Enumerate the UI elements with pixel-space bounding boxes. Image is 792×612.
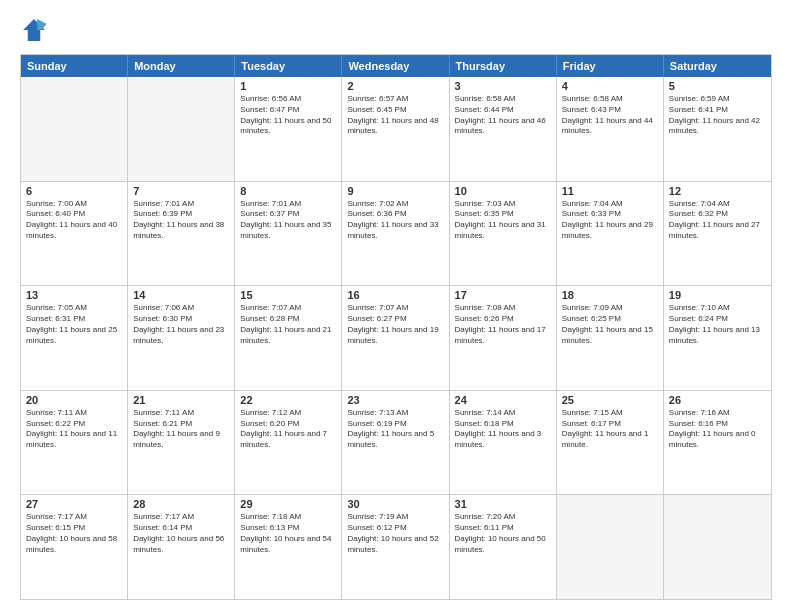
logo-icon [20, 16, 48, 44]
day-number: 29 [240, 498, 336, 510]
calendar-row-3: 20Sunrise: 7:11 AM Sunset: 6:22 PM Dayli… [21, 391, 771, 496]
calendar-cell: 7Sunrise: 7:01 AM Sunset: 6:39 PM Daylig… [128, 182, 235, 286]
day-info: Sunrise: 7:01 AM Sunset: 6:37 PM Dayligh… [240, 199, 336, 242]
day-info: Sunrise: 7:03 AM Sunset: 6:35 PM Dayligh… [455, 199, 551, 242]
weekday-header-wednesday: Wednesday [342, 55, 449, 77]
day-number: 22 [240, 394, 336, 406]
calendar-cell: 29Sunrise: 7:18 AM Sunset: 6:13 PM Dayli… [235, 495, 342, 599]
calendar-cell: 18Sunrise: 7:09 AM Sunset: 6:25 PM Dayli… [557, 286, 664, 390]
day-info: Sunrise: 7:10 AM Sunset: 6:24 PM Dayligh… [669, 303, 766, 346]
day-number: 17 [455, 289, 551, 301]
calendar-header: SundayMondayTuesdayWednesdayThursdayFrid… [21, 55, 771, 77]
day-info: Sunrise: 7:11 AM Sunset: 6:21 PM Dayligh… [133, 408, 229, 451]
day-info: Sunrise: 7:08 AM Sunset: 6:26 PM Dayligh… [455, 303, 551, 346]
day-info: Sunrise: 7:05 AM Sunset: 6:31 PM Dayligh… [26, 303, 122, 346]
day-number: 21 [133, 394, 229, 406]
day-number: 26 [669, 394, 766, 406]
day-number: 2 [347, 80, 443, 92]
day-number: 3 [455, 80, 551, 92]
day-info: Sunrise: 7:18 AM Sunset: 6:13 PM Dayligh… [240, 512, 336, 555]
calendar-cell: 16Sunrise: 7:07 AM Sunset: 6:27 PM Dayli… [342, 286, 449, 390]
calendar-cell: 6Sunrise: 7:00 AM Sunset: 6:40 PM Daylig… [21, 182, 128, 286]
day-number: 19 [669, 289, 766, 301]
day-info: Sunrise: 6:58 AM Sunset: 6:43 PM Dayligh… [562, 94, 658, 137]
day-info: Sunrise: 6:58 AM Sunset: 6:44 PM Dayligh… [455, 94, 551, 137]
calendar-cell: 30Sunrise: 7:19 AM Sunset: 6:12 PM Dayli… [342, 495, 449, 599]
day-info: Sunrise: 7:19 AM Sunset: 6:12 PM Dayligh… [347, 512, 443, 555]
logo [20, 16, 52, 44]
calendar-cell: 12Sunrise: 7:04 AM Sunset: 6:32 PM Dayli… [664, 182, 771, 286]
day-info: Sunrise: 7:17 AM Sunset: 6:14 PM Dayligh… [133, 512, 229, 555]
day-info: Sunrise: 7:09 AM Sunset: 6:25 PM Dayligh… [562, 303, 658, 346]
day-number: 4 [562, 80, 658, 92]
day-info: Sunrise: 6:59 AM Sunset: 6:41 PM Dayligh… [669, 94, 766, 137]
calendar-cell: 1Sunrise: 6:56 AM Sunset: 6:47 PM Daylig… [235, 77, 342, 181]
day-info: Sunrise: 7:07 AM Sunset: 6:28 PM Dayligh… [240, 303, 336, 346]
day-number: 16 [347, 289, 443, 301]
day-number: 1 [240, 80, 336, 92]
day-info: Sunrise: 7:15 AM Sunset: 6:17 PM Dayligh… [562, 408, 658, 451]
calendar-cell: 3Sunrise: 6:58 AM Sunset: 6:44 PM Daylig… [450, 77, 557, 181]
day-number: 24 [455, 394, 551, 406]
calendar-cell: 24Sunrise: 7:14 AM Sunset: 6:18 PM Dayli… [450, 391, 557, 495]
day-info: Sunrise: 7:07 AM Sunset: 6:27 PM Dayligh… [347, 303, 443, 346]
day-number: 20 [26, 394, 122, 406]
calendar-cell: 26Sunrise: 7:16 AM Sunset: 6:16 PM Dayli… [664, 391, 771, 495]
calendar-cell: 5Sunrise: 6:59 AM Sunset: 6:41 PM Daylig… [664, 77, 771, 181]
weekday-header-saturday: Saturday [664, 55, 771, 77]
calendar-cell: 4Sunrise: 6:58 AM Sunset: 6:43 PM Daylig… [557, 77, 664, 181]
day-info: Sunrise: 7:01 AM Sunset: 6:39 PM Dayligh… [133, 199, 229, 242]
calendar-cell [21, 77, 128, 181]
calendar-cell: 21Sunrise: 7:11 AM Sunset: 6:21 PM Dayli… [128, 391, 235, 495]
day-info: Sunrise: 7:06 AM Sunset: 6:30 PM Dayligh… [133, 303, 229, 346]
calendar-row-4: 27Sunrise: 7:17 AM Sunset: 6:15 PM Dayli… [21, 495, 771, 599]
calendar-cell: 27Sunrise: 7:17 AM Sunset: 6:15 PM Dayli… [21, 495, 128, 599]
day-number: 8 [240, 185, 336, 197]
calendar-cell [664, 495, 771, 599]
day-number: 28 [133, 498, 229, 510]
calendar-row-0: 1Sunrise: 6:56 AM Sunset: 6:47 PM Daylig… [21, 77, 771, 182]
calendar-cell: 23Sunrise: 7:13 AM Sunset: 6:19 PM Dayli… [342, 391, 449, 495]
day-number: 12 [669, 185, 766, 197]
calendar-cell: 15Sunrise: 7:07 AM Sunset: 6:28 PM Dayli… [235, 286, 342, 390]
calendar-row-2: 13Sunrise: 7:05 AM Sunset: 6:31 PM Dayli… [21, 286, 771, 391]
calendar-cell: 8Sunrise: 7:01 AM Sunset: 6:37 PM Daylig… [235, 182, 342, 286]
svg-marker-1 [37, 19, 46, 30]
calendar-row-1: 6Sunrise: 7:00 AM Sunset: 6:40 PM Daylig… [21, 182, 771, 287]
day-number: 23 [347, 394, 443, 406]
day-number: 14 [133, 289, 229, 301]
day-info: Sunrise: 7:02 AM Sunset: 6:36 PM Dayligh… [347, 199, 443, 242]
calendar-cell: 2Sunrise: 6:57 AM Sunset: 6:45 PM Daylig… [342, 77, 449, 181]
day-number: 18 [562, 289, 658, 301]
calendar-cell [128, 77, 235, 181]
day-number: 5 [669, 80, 766, 92]
weekday-header-monday: Monday [128, 55, 235, 77]
calendar-cell: 31Sunrise: 7:20 AM Sunset: 6:11 PM Dayli… [450, 495, 557, 599]
day-info: Sunrise: 7:04 AM Sunset: 6:32 PM Dayligh… [669, 199, 766, 242]
calendar-cell: 22Sunrise: 7:12 AM Sunset: 6:20 PM Dayli… [235, 391, 342, 495]
calendar-cell: 9Sunrise: 7:02 AM Sunset: 6:36 PM Daylig… [342, 182, 449, 286]
day-info: Sunrise: 6:57 AM Sunset: 6:45 PM Dayligh… [347, 94, 443, 137]
weekday-header-friday: Friday [557, 55, 664, 77]
day-number: 25 [562, 394, 658, 406]
calendar-cell [557, 495, 664, 599]
weekday-header-tuesday: Tuesday [235, 55, 342, 77]
weekday-header-thursday: Thursday [450, 55, 557, 77]
day-number: 30 [347, 498, 443, 510]
calendar-cell: 10Sunrise: 7:03 AM Sunset: 6:35 PM Dayli… [450, 182, 557, 286]
day-number: 10 [455, 185, 551, 197]
day-number: 6 [26, 185, 122, 197]
calendar-cell: 20Sunrise: 7:11 AM Sunset: 6:22 PM Dayli… [21, 391, 128, 495]
day-info: Sunrise: 6:56 AM Sunset: 6:47 PM Dayligh… [240, 94, 336, 137]
calendar-cell: 28Sunrise: 7:17 AM Sunset: 6:14 PM Dayli… [128, 495, 235, 599]
weekday-header-sunday: Sunday [21, 55, 128, 77]
calendar-cell: 19Sunrise: 7:10 AM Sunset: 6:24 PM Dayli… [664, 286, 771, 390]
calendar-body: 1Sunrise: 6:56 AM Sunset: 6:47 PM Daylig… [21, 77, 771, 599]
day-number: 31 [455, 498, 551, 510]
day-info: Sunrise: 7:20 AM Sunset: 6:11 PM Dayligh… [455, 512, 551, 555]
day-number: 15 [240, 289, 336, 301]
day-number: 11 [562, 185, 658, 197]
calendar-cell: 14Sunrise: 7:06 AM Sunset: 6:30 PM Dayli… [128, 286, 235, 390]
page: SundayMondayTuesdayWednesdayThursdayFrid… [0, 0, 792, 612]
day-number: 27 [26, 498, 122, 510]
